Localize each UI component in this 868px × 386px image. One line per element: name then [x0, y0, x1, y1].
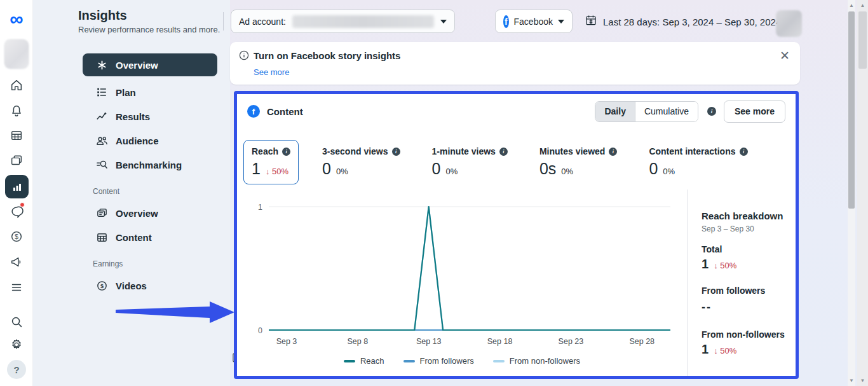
metric-delta: ↓ 50% — [266, 167, 288, 176]
user-avatar[interactable] — [776, 10, 802, 37]
info-icon: i — [499, 148, 508, 156]
chart-legend: Reach From followers From non-followers — [237, 356, 687, 366]
close-icon[interactable]: ✕ — [780, 48, 790, 63]
svg-text:Sep 28: Sep 28 — [629, 337, 654, 346]
inner-scrollbar[interactable]: ▲ ▼ — [848, 0, 855, 386]
insights-icon-selected[interactable] — [5, 175, 29, 198]
info-icon: i — [392, 148, 400, 156]
sidebar-item-videos[interactable]: $ Videos — [83, 273, 217, 298]
metric-sub: 0% — [336, 167, 348, 176]
date-range-dropdown[interactable]: Last 28 days: Sep 3, 2024 – Sep 30, 2024 — [585, 14, 793, 29]
breakdown-value: 1 — [702, 342, 709, 357]
annotation-highlight-box: f Content Daily Cumulative i See more Re… — [234, 91, 799, 379]
scroll-down-icon[interactable]: ▼ — [848, 378, 855, 383]
metric-tab-content-interactions[interactable]: Content interactionsi 00% — [641, 140, 756, 184]
benchmarking-icon — [95, 158, 108, 171]
view-toggle: Daily Cumulative — [595, 101, 698, 122]
cumulative-toggle-button[interactable]: Cumulative — [635, 102, 698, 121]
breakdown-delta: ↓ 50% — [714, 261, 736, 270]
legend-item-from-followers: From followers — [403, 356, 474, 366]
chevron-down-icon — [440, 20, 447, 24]
reach-line-chart: 01Sep 3Sep 8Sep 13Sep 18Sep 23Sep 28 — [237, 190, 682, 350]
sidebar-item-content[interactable]: Content — [83, 225, 217, 249]
plan-icon — [95, 86, 108, 99]
daily-toggle-button[interactable]: Daily — [595, 102, 635, 121]
metric-value: 0 — [432, 160, 441, 178]
legend-swatch — [493, 360, 505, 362]
sidebar-item-results[interactable]: Results — [83, 104, 217, 128]
banner-title: Turn on Facebook story insights — [254, 50, 400, 61]
notifications-icon[interactable] — [0, 100, 33, 121]
sidebar-section-earnings: Earnings — [93, 259, 217, 268]
svg-text:1: 1 — [258, 203, 262, 212]
search-icon[interactable] — [0, 311, 33, 333]
metric-label: 3-second views — [322, 146, 388, 156]
metric-sub: 0% — [561, 167, 573, 176]
sidebar-item-overview[interactable]: Overview — [83, 53, 217, 76]
planner-icon[interactable] — [0, 125, 33, 146]
monetization-icon[interactable]: $ — [0, 226, 33, 247]
svg-text:Sep 23: Sep 23 — [559, 337, 584, 346]
help-icon[interactable]: ? — [7, 360, 26, 379]
ad-account-dropdown[interactable]: Ad account: — [231, 10, 455, 33]
sidebar-item-label: Overview — [116, 60, 158, 71]
breakdown-value: -- — [702, 301, 789, 314]
meta-logo: ∞ — [0, 8, 33, 31]
content-icon[interactable] — [0, 150, 33, 172]
metric-tab-1-minute-views[interactable]: 1-minute viewsi 00% — [424, 140, 516, 184]
platform-dropdown[interactable]: f Facebook — [495, 10, 573, 33]
see-more-link[interactable]: See more — [254, 67, 289, 77]
sidebar-item-label: Audience — [116, 135, 159, 146]
inbox-badge — [20, 202, 25, 207]
metric-tab-3-second-views[interactable]: 3-second viewsi 00% — [314, 140, 409, 184]
info-icon: i — [282, 148, 290, 156]
home-icon[interactable] — [0, 74, 33, 96]
browser-scrollbar[interactable]: ▲ ▼ — [857, 0, 868, 386]
all-tools-icon[interactable] — [0, 277, 33, 298]
chart-area: 01Sep 3Sep 8Sep 13Sep 18Sep 23Sep 28 Rea… — [237, 190, 687, 376]
metric-label: Minutes viewed — [539, 146, 605, 156]
sidebar-item-plan[interactable]: Plan — [83, 80, 217, 104]
scrollbar-thumb[interactable] — [858, 11, 867, 69]
calendar-icon — [585, 14, 597, 29]
ads-icon[interactable] — [0, 251, 33, 273]
sidebar: Insights Review performance results and … — [33, 0, 230, 386]
info-icon — [239, 50, 249, 63]
sidebar-item-label: Results — [116, 111, 150, 122]
metric-tabs: Reachi 1↓ 50% 3-second viewsi 00% 1-minu… — [243, 140, 771, 184]
legend-item-from-non-followers: From non-followers — [493, 356, 580, 366]
inbox-icon[interactable] — [0, 201, 33, 223]
results-icon — [95, 110, 108, 123]
breakdown-value: 1 — [702, 257, 709, 272]
metric-value: 0 — [322, 160, 331, 178]
see-more-button[interactable]: See more — [724, 100, 785, 123]
info-icon[interactable]: i — [707, 107, 716, 116]
metric-tab-reach[interactable]: Reachi 1↓ 50% — [243, 140, 299, 184]
scroll-up-icon[interactable]: ▲ — [857, 3, 868, 8]
scroll-up-icon[interactable]: ▲ — [848, 3, 855, 8]
reach-breakdown: Reach breakdown Sep 3 – Sep 30 Total 1↓ … — [687, 190, 796, 376]
scrollbar-thumb[interactable] — [848, 11, 855, 209]
table-icon — [95, 231, 108, 244]
svg-text:Sep 3: Sep 3 — [276, 337, 297, 346]
info-icon: i — [609, 148, 617, 156]
dollar-circle-icon: $ — [95, 279, 108, 292]
ad-account-value-redacted — [292, 15, 434, 28]
settings-icon[interactable] — [0, 334, 33, 355]
legend-swatch — [344, 360, 355, 362]
page-avatar[interactable] — [4, 39, 29, 69]
svg-text:0: 0 — [258, 326, 262, 335]
metric-value: 0 — [649, 160, 658, 178]
metric-tab-minutes-viewed[interactable]: Minutes viewedi 0s0% — [531, 140, 625, 184]
sidebar-item-content-overview[interactable]: Overview — [83, 201, 217, 225]
breakdown-title: Reach breakdown — [702, 210, 789, 221]
panel-body: 01Sep 3Sep 8Sep 13Sep 18Sep 23Sep 28 Rea… — [237, 190, 796, 376]
scroll-down-icon[interactable]: ▼ — [857, 378, 868, 383]
svg-text:Sep 13: Sep 13 — [416, 337, 442, 346]
panel-title: Content — [267, 106, 595, 117]
svg-text:$: $ — [100, 282, 103, 289]
metric-label: Reach — [252, 146, 278, 156]
sidebar-item-audience[interactable]: Audience — [83, 128, 217, 153]
page: ∞ $ — [0, 0, 868, 386]
sidebar-item-benchmarking[interactable]: Benchmarking — [83, 153, 217, 177]
